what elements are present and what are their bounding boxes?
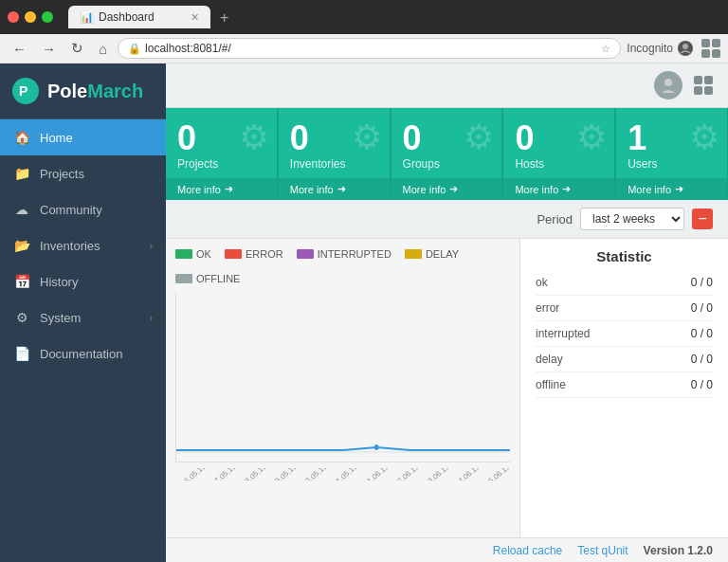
incognito-icon xyxy=(677,40,694,57)
more-info-link[interactable]: More info ➜ xyxy=(166,178,277,200)
reload-cache-link[interactable]: Reload cache xyxy=(493,544,562,557)
sidebar-item-history[interactable]: 📅 History xyxy=(0,263,166,299)
address-bar[interactable]: 🔒 localhost:8081/#/ ☆ xyxy=(118,38,621,59)
statistic-row-ok: ok 0 / 0 xyxy=(536,276,713,296)
main-content: ⚙ 0 Projects More info ➜ ⚙ 0 Inventories… xyxy=(166,63,728,562)
legend-color xyxy=(405,249,422,259)
stat-row-label: error xyxy=(536,301,559,315)
gear-icon: ⚙ xyxy=(239,118,269,157)
more-info-link[interactable]: More info ➜ xyxy=(279,178,390,200)
apps-grid-icon[interactable] xyxy=(694,76,713,95)
x-axis-label: 03.06.19 xyxy=(423,468,451,480)
incognito-badge: Incognito xyxy=(627,40,694,57)
chart-area: OK ERROR INTERRUPTED DELAY OFFLINE 26.05… xyxy=(166,239,728,537)
browser-chrome: 📊 Dashboard ✕ + ← → ↻ ⌂ 🔒 localhost:8081… xyxy=(0,0,728,63)
grid-dot xyxy=(712,39,720,47)
sidebar-item-system[interactable]: ⚙ System › xyxy=(0,299,166,335)
stat-card-hosts: ⚙ 0 Hosts More info ➜ xyxy=(503,108,614,200)
sidebar-nav: 🏠 Home 📁 Projects ☁ Community 📂 Inventor… xyxy=(0,119,166,562)
svg-point-6 xyxy=(374,444,379,450)
refresh-button[interactable]: ↻ xyxy=(66,38,88,59)
inventories-icon: 📂 xyxy=(13,238,30,253)
chevron-right-icon: › xyxy=(150,241,153,251)
stat-row-label: interrupted xyxy=(536,327,590,340)
test-qunit-link[interactable]: Test qUnit xyxy=(577,544,628,557)
more-info-link[interactable]: More info ➜ xyxy=(616,178,727,200)
sidebar-item-label: Projects xyxy=(40,167,84,181)
x-axis-label: 27.05.19 xyxy=(209,468,238,480)
maximize-btn[interactable] xyxy=(42,11,53,23)
tab-favicon: 📊 xyxy=(80,10,93,24)
home-button[interactable]: ⌂ xyxy=(94,39,112,59)
x-axis-label: 05.06.19 xyxy=(483,468,510,480)
chart-svg xyxy=(176,292,510,462)
x-axis-label: 26.05.19 xyxy=(179,468,208,480)
legend-label: INTERRUPTED xyxy=(318,248,391,260)
chevron-right-icon: › xyxy=(150,313,153,323)
more-info-link[interactable]: More info ➜ xyxy=(391,178,502,200)
main-header xyxy=(166,63,728,108)
legend-item-delay: DELAY xyxy=(405,248,459,260)
stat-label: Inventories xyxy=(290,157,378,171)
tab-title: Dashboard xyxy=(99,10,155,24)
legend-item-ok: OK xyxy=(175,248,211,260)
legend-item-error: ERROR xyxy=(225,248,283,260)
arrow-right-icon: ➜ xyxy=(225,183,233,195)
gear-icon: ⚙ xyxy=(352,118,382,157)
period-minus-button[interactable]: − xyxy=(692,208,713,229)
statistic-row-error: error 0 / 0 xyxy=(536,301,713,321)
gear-icon: ⚙ xyxy=(576,118,607,157)
stat-row-value: 0 / 0 xyxy=(691,327,713,340)
stat-row-value: 0 / 0 xyxy=(691,301,713,315)
x-axis-label: 28.05.19 xyxy=(240,468,268,480)
minimize-btn[interactable] xyxy=(25,11,36,23)
projects-icon: 📁 xyxy=(13,166,30,181)
tab-close-icon[interactable]: ✕ xyxy=(191,11,199,24)
arrow-right-icon: ➜ xyxy=(337,183,346,195)
sidebar-item-home[interactable]: 🏠 Home xyxy=(0,119,166,155)
new-tab-button[interactable]: + xyxy=(214,8,234,28)
logo-text: PoleMarch xyxy=(47,81,143,102)
statistic-title: Statistic xyxy=(536,248,713,264)
legend-label: DELAY xyxy=(426,248,459,260)
x-axis-label: 30.05.19 xyxy=(300,468,329,480)
gear-icon: ⚙ xyxy=(464,118,494,157)
sidebar-item-inventories[interactable]: 📂 Inventories › xyxy=(0,227,166,263)
legend-color xyxy=(175,249,192,259)
sidebar-item-projects[interactable]: 📁 Projects xyxy=(0,155,166,191)
sidebar-item-documentation[interactable]: 📄 Documentation xyxy=(0,335,166,372)
legend-label: ERROR xyxy=(246,248,283,260)
period-select[interactable]: last 2 weekslast monthlast 3 months xyxy=(580,208,684,230)
statistic-row-interrupted: interrupted 0 / 0 xyxy=(536,327,713,347)
sidebar-item-label: System xyxy=(40,311,81,325)
x-axis-label: 01.06.19 xyxy=(361,468,390,480)
lock-icon: 🔒 xyxy=(128,43,141,55)
sidebar-item-community[interactable]: ☁ Community xyxy=(0,191,166,227)
sidebar-item-label: History xyxy=(40,275,78,289)
legend-item-offline: OFFLINE xyxy=(175,273,240,284)
legend-color xyxy=(297,249,314,259)
nav-right: Incognito xyxy=(627,39,720,58)
window-controls xyxy=(8,11,53,23)
user-avatar[interactable] xyxy=(654,71,682,100)
community-icon: ☁ xyxy=(13,202,30,217)
apps-icon[interactable] xyxy=(701,39,720,58)
period-label: Period xyxy=(537,212,573,227)
forward-button[interactable]: → xyxy=(37,39,61,59)
chart-legend: OK ERROR INTERRUPTED DELAY OFFLINE xyxy=(175,248,510,284)
back-button[interactable]: ← xyxy=(8,39,31,59)
stat-card-inventories: ⚙ 0 Inventories More info ➜ xyxy=(279,108,390,200)
app-wrapper: P PoleMarch 🏠 Home 📁 Projects ☁ Communit… xyxy=(0,63,728,562)
close-btn[interactable] xyxy=(8,11,19,23)
more-info-link[interactable]: More info ➜ xyxy=(503,178,614,200)
x-axis-label: 04.06.19 xyxy=(453,468,482,480)
grid-dot xyxy=(701,49,710,58)
x-axis-label: 29.05.19 xyxy=(270,468,299,480)
arrow-right-icon: ➜ xyxy=(675,183,683,195)
sidebar-item-label: Community xyxy=(40,203,102,217)
stat-row-value: 0 / 0 xyxy=(691,353,713,366)
stat-card-projects: ⚙ 0 Projects More info ➜ xyxy=(166,108,277,200)
active-tab[interactable]: 📊 Dashboard ✕ xyxy=(68,6,210,28)
bookmark-icon[interactable]: ☆ xyxy=(601,43,610,55)
statistic-row-delay: delay 0 / 0 xyxy=(536,353,713,372)
